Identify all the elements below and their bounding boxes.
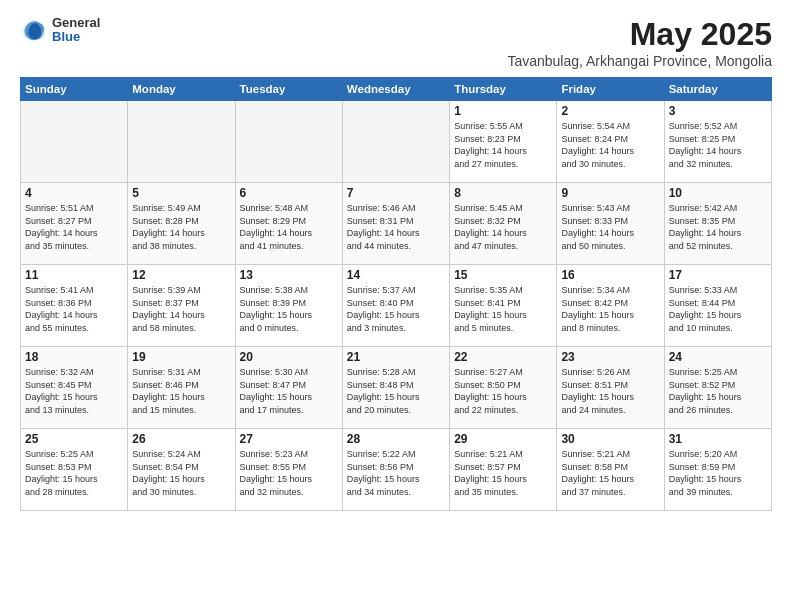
day-number: 22: [454, 350, 552, 364]
logo: General Blue: [20, 16, 100, 45]
calendar-cell: [128, 101, 235, 183]
day-number: 25: [25, 432, 123, 446]
day-info: Sunrise: 5:51 AM Sunset: 8:27 PM Dayligh…: [25, 202, 123, 252]
day-number: 13: [240, 268, 338, 282]
calendar: SundayMondayTuesdayWednesdayThursdayFrid…: [20, 77, 772, 511]
day-info: Sunrise: 5:20 AM Sunset: 8:59 PM Dayligh…: [669, 448, 767, 498]
calendar-cell: 30Sunrise: 5:21 AM Sunset: 8:58 PM Dayli…: [557, 429, 664, 511]
day-info: Sunrise: 5:43 AM Sunset: 8:33 PM Dayligh…: [561, 202, 659, 252]
weekday-header-row: SundayMondayTuesdayWednesdayThursdayFrid…: [21, 78, 772, 101]
calendar-cell: 28Sunrise: 5:22 AM Sunset: 8:56 PM Dayli…: [342, 429, 449, 511]
day-info: Sunrise: 5:21 AM Sunset: 8:58 PM Dayligh…: [561, 448, 659, 498]
calendar-cell: 26Sunrise: 5:24 AM Sunset: 8:54 PM Dayli…: [128, 429, 235, 511]
day-number: 14: [347, 268, 445, 282]
day-info: Sunrise: 5:24 AM Sunset: 8:54 PM Dayligh…: [132, 448, 230, 498]
day-info: Sunrise: 5:52 AM Sunset: 8:25 PM Dayligh…: [669, 120, 767, 170]
calendar-cell: 31Sunrise: 5:20 AM Sunset: 8:59 PM Dayli…: [664, 429, 771, 511]
logo-general: General: [52, 16, 100, 30]
day-info: Sunrise: 5:32 AM Sunset: 8:45 PM Dayligh…: [25, 366, 123, 416]
calendar-cell: 27Sunrise: 5:23 AM Sunset: 8:55 PM Dayli…: [235, 429, 342, 511]
weekday-header-sunday: Sunday: [21, 78, 128, 101]
logo-icon: [20, 16, 48, 44]
day-info: Sunrise: 5:25 AM Sunset: 8:53 PM Dayligh…: [25, 448, 123, 498]
location: Tavanbulag, Arkhangai Province, Mongolia: [507, 53, 772, 69]
day-info: Sunrise: 5:55 AM Sunset: 8:23 PM Dayligh…: [454, 120, 552, 170]
calendar-cell: 14Sunrise: 5:37 AM Sunset: 8:40 PM Dayli…: [342, 265, 449, 347]
calendar-cell: 13Sunrise: 5:38 AM Sunset: 8:39 PM Dayli…: [235, 265, 342, 347]
day-info: Sunrise: 5:45 AM Sunset: 8:32 PM Dayligh…: [454, 202, 552, 252]
day-info: Sunrise: 5:33 AM Sunset: 8:44 PM Dayligh…: [669, 284, 767, 334]
day-number: 11: [25, 268, 123, 282]
month-title: May 2025: [507, 16, 772, 53]
day-number: 2: [561, 104, 659, 118]
day-number: 27: [240, 432, 338, 446]
page: General Blue May 2025 Tavanbulag, Arkhan…: [0, 0, 792, 612]
day-info: Sunrise: 5:49 AM Sunset: 8:28 PM Dayligh…: [132, 202, 230, 252]
day-number: 21: [347, 350, 445, 364]
weekday-header-wednesday: Wednesday: [342, 78, 449, 101]
day-number: 7: [347, 186, 445, 200]
day-info: Sunrise: 5:35 AM Sunset: 8:41 PM Dayligh…: [454, 284, 552, 334]
calendar-cell: 18Sunrise: 5:32 AM Sunset: 8:45 PM Dayli…: [21, 347, 128, 429]
day-number: 31: [669, 432, 767, 446]
day-number: 4: [25, 186, 123, 200]
week-row-1: 1Sunrise: 5:55 AM Sunset: 8:23 PM Daylig…: [21, 101, 772, 183]
calendar-cell: 16Sunrise: 5:34 AM Sunset: 8:42 PM Dayli…: [557, 265, 664, 347]
day-info: Sunrise: 5:26 AM Sunset: 8:51 PM Dayligh…: [561, 366, 659, 416]
calendar-cell: 8Sunrise: 5:45 AM Sunset: 8:32 PM Daylig…: [450, 183, 557, 265]
calendar-cell: 29Sunrise: 5:21 AM Sunset: 8:57 PM Dayli…: [450, 429, 557, 511]
day-info: Sunrise: 5:21 AM Sunset: 8:57 PM Dayligh…: [454, 448, 552, 498]
day-number: 26: [132, 432, 230, 446]
day-number: 5: [132, 186, 230, 200]
day-info: Sunrise: 5:30 AM Sunset: 8:47 PM Dayligh…: [240, 366, 338, 416]
calendar-cell: 12Sunrise: 5:39 AM Sunset: 8:37 PM Dayli…: [128, 265, 235, 347]
calendar-cell: 10Sunrise: 5:42 AM Sunset: 8:35 PM Dayli…: [664, 183, 771, 265]
week-row-5: 25Sunrise: 5:25 AM Sunset: 8:53 PM Dayli…: [21, 429, 772, 511]
calendar-cell: 15Sunrise: 5:35 AM Sunset: 8:41 PM Dayli…: [450, 265, 557, 347]
calendar-cell: 9Sunrise: 5:43 AM Sunset: 8:33 PM Daylig…: [557, 183, 664, 265]
calendar-cell: [342, 101, 449, 183]
week-row-4: 18Sunrise: 5:32 AM Sunset: 8:45 PM Dayli…: [21, 347, 772, 429]
calendar-cell: 24Sunrise: 5:25 AM Sunset: 8:52 PM Dayli…: [664, 347, 771, 429]
weekday-header-thursday: Thursday: [450, 78, 557, 101]
calendar-cell: 3Sunrise: 5:52 AM Sunset: 8:25 PM Daylig…: [664, 101, 771, 183]
calendar-cell: 7Sunrise: 5:46 AM Sunset: 8:31 PM Daylig…: [342, 183, 449, 265]
day-info: Sunrise: 5:37 AM Sunset: 8:40 PM Dayligh…: [347, 284, 445, 334]
day-number: 24: [669, 350, 767, 364]
calendar-cell: 2Sunrise: 5:54 AM Sunset: 8:24 PM Daylig…: [557, 101, 664, 183]
calendar-cell: [21, 101, 128, 183]
day-number: 6: [240, 186, 338, 200]
calendar-cell: 6Sunrise: 5:48 AM Sunset: 8:29 PM Daylig…: [235, 183, 342, 265]
day-info: Sunrise: 5:38 AM Sunset: 8:39 PM Dayligh…: [240, 284, 338, 334]
day-number: 19: [132, 350, 230, 364]
day-info: Sunrise: 5:31 AM Sunset: 8:46 PM Dayligh…: [132, 366, 230, 416]
calendar-cell: 21Sunrise: 5:28 AM Sunset: 8:48 PM Dayli…: [342, 347, 449, 429]
calendar-cell: 20Sunrise: 5:30 AM Sunset: 8:47 PM Dayli…: [235, 347, 342, 429]
calendar-cell: [235, 101, 342, 183]
calendar-cell: 22Sunrise: 5:27 AM Sunset: 8:50 PM Dayli…: [450, 347, 557, 429]
day-number: 15: [454, 268, 552, 282]
day-number: 30: [561, 432, 659, 446]
calendar-cell: 4Sunrise: 5:51 AM Sunset: 8:27 PM Daylig…: [21, 183, 128, 265]
day-info: Sunrise: 5:27 AM Sunset: 8:50 PM Dayligh…: [454, 366, 552, 416]
day-info: Sunrise: 5:25 AM Sunset: 8:52 PM Dayligh…: [669, 366, 767, 416]
day-info: Sunrise: 5:42 AM Sunset: 8:35 PM Dayligh…: [669, 202, 767, 252]
calendar-cell: 5Sunrise: 5:49 AM Sunset: 8:28 PM Daylig…: [128, 183, 235, 265]
weekday-header-friday: Friday: [557, 78, 664, 101]
day-number: 28: [347, 432, 445, 446]
day-info: Sunrise: 5:34 AM Sunset: 8:42 PM Dayligh…: [561, 284, 659, 334]
day-number: 9: [561, 186, 659, 200]
calendar-cell: 1Sunrise: 5:55 AM Sunset: 8:23 PM Daylig…: [450, 101, 557, 183]
day-info: Sunrise: 5:23 AM Sunset: 8:55 PM Dayligh…: [240, 448, 338, 498]
day-number: 1: [454, 104, 552, 118]
weekday-header-saturday: Saturday: [664, 78, 771, 101]
weekday-header-tuesday: Tuesday: [235, 78, 342, 101]
calendar-cell: 25Sunrise: 5:25 AM Sunset: 8:53 PM Dayli…: [21, 429, 128, 511]
day-info: Sunrise: 5:22 AM Sunset: 8:56 PM Dayligh…: [347, 448, 445, 498]
logo-blue: Blue: [52, 30, 100, 44]
week-row-3: 11Sunrise: 5:41 AM Sunset: 8:36 PM Dayli…: [21, 265, 772, 347]
logo-text: General Blue: [52, 16, 100, 45]
day-number: 17: [669, 268, 767, 282]
day-info: Sunrise: 5:48 AM Sunset: 8:29 PM Dayligh…: [240, 202, 338, 252]
day-number: 29: [454, 432, 552, 446]
